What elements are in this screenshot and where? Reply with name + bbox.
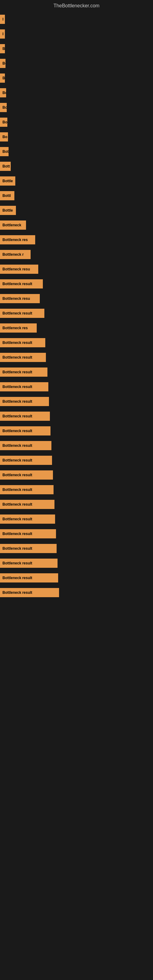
bar-row: I (0, 13, 153, 25)
bar-row: Bottleneck result (0, 528, 153, 540)
bar-label: Bottleneck result (0, 353, 46, 362)
bar-label: Bottleneck result (0, 456, 52, 465)
bar-label: Bo (0, 118, 7, 127)
bar-label: Bottleneck resu (0, 294, 40, 303)
bar-label: Bottleneck result (0, 514, 55, 524)
bar-row: Bot (0, 145, 153, 158)
site-header: TheBottlenecker.com (0, 0, 153, 10)
bar-label: Bottleneck r (0, 250, 30, 259)
bar-row: Bottleneck result (0, 469, 153, 481)
bar-row: Bottleneck resu (0, 293, 153, 305)
bar-label: Bot (0, 147, 9, 156)
bar-row: Bottle (0, 175, 153, 187)
bar-row: Bottleneck result (0, 337, 153, 349)
bar-label: Bottleneck result (0, 470, 53, 480)
bar-label: Bo (0, 132, 8, 142)
bar-row: Bottleneck result (0, 307, 153, 320)
bar-row: Bottleneck result (0, 351, 153, 364)
bar-label: Bottleneck result (0, 573, 58, 582)
bar-label: Bottle (0, 177, 15, 186)
bar-label: Bott (0, 162, 11, 171)
bar-row: B (0, 72, 153, 84)
bar-row: Bottleneck result (0, 572, 153, 584)
bar-row: Bott (0, 160, 153, 172)
bar-label: Bottleneck result (0, 558, 57, 568)
bar-label: Bottl (0, 191, 14, 200)
bar-row: Bottleneck result (0, 410, 153, 422)
bar-row: Bottl (0, 189, 153, 202)
bar-row: Bottleneck result (0, 395, 153, 407)
bar-row: Bottleneck result (0, 425, 153, 437)
bar-label: Bottleneck res (0, 235, 35, 244)
bar-row: Bottleneck result (0, 439, 153, 452)
bar-label: Bo (0, 88, 6, 97)
bar-label: Bottleneck result (0, 441, 51, 450)
bar-row: Bottleneck result (0, 484, 153, 496)
bar-row: Bottleneck (0, 219, 153, 231)
bar-row: I (0, 28, 153, 40)
bar-label: Bottleneck result (0, 529, 56, 538)
bar-row: Bo (0, 57, 153, 70)
bar-row: Bottle (0, 204, 153, 216)
site-title: TheBottlenecker.com (0, 0, 153, 10)
bar-label: Bottleneck resu (0, 265, 38, 274)
bar-row: Bottleneck result (0, 587, 153, 599)
bar-label: Bottle (0, 206, 16, 215)
bar-row: Bottleneck res (0, 322, 153, 334)
bar-row: B (0, 43, 153, 55)
bar-row: Bottleneck result (0, 278, 153, 290)
bar-label: Bottleneck result (0, 382, 48, 391)
bar-row: Bo (0, 87, 153, 99)
bar-label: Bottleneck result (0, 500, 54, 509)
bar-label: Bottleneck result (0, 412, 50, 421)
bar-label: Bottleneck result (0, 338, 45, 347)
bar-label: Bottleneck result (0, 426, 51, 436)
bar-label: I (0, 15, 5, 24)
bar-label: Bo (0, 59, 5, 68)
bar-label: Bottleneck result (0, 544, 57, 553)
bar-label: Bottleneck result (0, 279, 43, 288)
bar-row: Bo (0, 101, 153, 114)
bars-container: IIBBoBBoBoBoBoBotBottBottleBottlBottleBo… (0, 10, 153, 604)
bar-label: Bo (0, 103, 7, 112)
bar-label: Bottleneck result (0, 309, 45, 318)
bar-row: Bottleneck result (0, 498, 153, 511)
bar-label: Bottleneck result (0, 368, 48, 377)
bar-row: Bottleneck resu (0, 263, 153, 275)
bar-row: Bottleneck result (0, 557, 153, 569)
bar-label: Bottleneck res (0, 323, 37, 332)
bar-row: Bo (0, 116, 153, 128)
bar-label: Bottleneck (0, 221, 26, 230)
bar-row: Bottleneck result (0, 366, 153, 378)
bar-row: Bottleneck result (0, 381, 153, 393)
bar-row: Bottleneck result (0, 454, 153, 466)
bar-row: Bottleneck r (0, 248, 153, 261)
bar-label: Bottleneck result (0, 485, 54, 494)
bar-row: Bottleneck result (0, 513, 153, 525)
bar-label: Bottleneck result (0, 397, 49, 406)
bar-label: Bottleneck result (0, 588, 59, 597)
bar-label: B (0, 73, 5, 83)
bar-row: Bottleneck res (0, 234, 153, 246)
bar-row: Bottleneck result (0, 542, 153, 555)
bar-label: B (0, 44, 5, 53)
bar-label: I (0, 29, 5, 38)
bar-row: Bo (0, 131, 153, 143)
